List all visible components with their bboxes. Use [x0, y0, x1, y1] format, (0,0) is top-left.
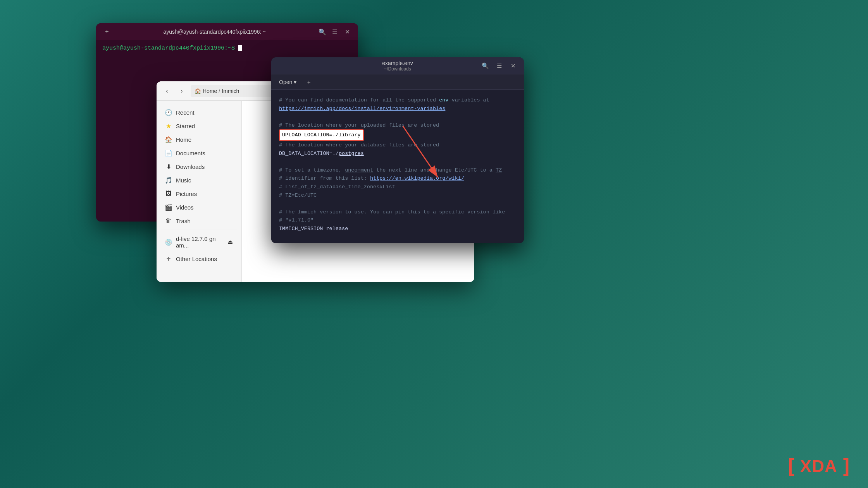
documents-icon: 📄: [165, 149, 172, 156]
sidebar-item-dlive[interactable]: 💿 d-live 12.7.0 gn am... ⏏: [159, 232, 239, 252]
editor-line-5: # The location where your database files…: [279, 141, 516, 149]
terminal-search-button[interactable]: 🔍: [316, 26, 329, 38]
breadcrumb-home[interactable]: Home: [203, 88, 217, 94]
editor-line-6: DB_DATA_LOCATION=./postgres: [279, 149, 516, 158]
upload-location-highlight: UPLOAD_LOCATION=./library: [279, 129, 364, 141]
terminal-title: ayush@ayush-standardpc440fxpiix1996: ~: [113, 29, 316, 35]
sidebar-item-label: Documents: [176, 150, 205, 156]
sidebar-item-videos[interactable]: 🎬 Videos: [159, 201, 239, 214]
editor-line-3: # The location where your uploaded files…: [279, 121, 516, 130]
eject-icon[interactable]: ⏏: [227, 239, 233, 246]
trash-icon: 🗑: [165, 217, 172, 224]
sidebar-item-label: Starred: [176, 123, 195, 129]
editor-line-blank-1: [279, 113, 516, 121]
dlive-icon: 💿: [165, 239, 172, 246]
sidebar-item-label: Trash: [176, 218, 191, 224]
editor-line-14: # Connection secret for postgres. You sh…: [279, 241, 516, 243]
sidebar-item-home[interactable]: 🏠 Home: [159, 133, 239, 146]
editor-line-8: # identifier from this list: https://en.…: [279, 174, 516, 183]
sidebar-item-label: Music: [176, 177, 191, 184]
sidebar-item-label: Downloads: [176, 163, 205, 170]
sidebar-divider: [161, 230, 237, 230]
videos-icon: 🎬: [165, 204, 172, 211]
xda-text: XDA: [800, 458, 837, 475]
sidebar-item-label: d-live 12.7.0 gn am...: [176, 235, 224, 249]
editor-line-4: UPLOAD_LOCATION=./library: [279, 129, 516, 141]
sidebar-item-pictures[interactable]: 🖼 Pictures: [159, 187, 239, 200]
editor-new-tab-button[interactable]: +: [303, 76, 315, 88]
downloads-icon: ⬇: [165, 163, 172, 170]
sidebar-item-label: Recent: [176, 109, 195, 116]
sidebar-item-label: Videos: [176, 204, 194, 211]
back-button[interactable]: ‹: [161, 85, 173, 97]
music-icon: 🎵: [165, 177, 172, 184]
sidebar-item-documents[interactable]: 📄 Documents: [159, 146, 239, 160]
editor-line-13: IMMICH_VERSION=release: [279, 225, 516, 233]
breadcrumb-current[interactable]: Immich: [222, 88, 239, 94]
editor-filename: example.env: [382, 60, 413, 66]
xda-logo: [ XDA ]: [785, 456, 852, 476]
terminal-titlebar: + ayush@ayush-standardpc440fxpiix1996: ~…: [96, 23, 358, 40]
editor-toolbar: Open ▾ +: [271, 74, 524, 90]
terminal-new-tab-button[interactable]: +: [101, 26, 113, 38]
editor-line-blank-4: [279, 233, 516, 242]
open-button[interactable]: Open ▾: [276, 77, 300, 87]
editor-content[interactable]: # You can find documentation for all the…: [271, 90, 524, 243]
editor-line-2: https://immich.app/docs/install/environm…: [279, 105, 516, 113]
recent-icon: 🕐: [165, 109, 172, 116]
editor-line-11: # The Immich version to use. You can pin…: [279, 208, 516, 217]
xda-bracket-right: ]: [840, 456, 852, 476]
other-locations-icon: +: [165, 255, 172, 262]
editor-close-button[interactable]: ✕: [507, 60, 519, 72]
sidebar-item-starred[interactable]: ★ Starred: [159, 119, 239, 132]
sidebar-item-other-locations[interactable]: + Other Locations: [159, 252, 239, 265]
open-label: Open: [279, 79, 292, 85]
xda-bracket-left: [: [785, 456, 797, 476]
terminal-close-button[interactable]: ✕: [341, 26, 353, 38]
sidebar-item-recent[interactable]: 🕐 Recent: [159, 106, 239, 119]
terminal-content: ayush@ayush-standardpc440fxpiix1996:~$: [96, 40, 358, 56]
editor-line-blank-2: [279, 158, 516, 166]
editor-line-9: # List_of_tz_database_time_zones#List: [279, 183, 516, 191]
editor-line-10: # TZ=Etc/UTC: [279, 191, 516, 200]
breadcrumb-sep: /: [219, 88, 220, 94]
plus-icon: +: [105, 28, 108, 35]
forward-button[interactable]: ›: [176, 85, 188, 97]
breadcrumb-home-icon: 🏠: [195, 88, 201, 94]
editor-line-1: # You can find documentation for all the…: [279, 96, 516, 105]
home-icon: 🏠: [165, 136, 172, 143]
terminal-menu-button[interactable]: ☰: [329, 26, 341, 38]
editor-menu-button[interactable]: ☰: [493, 60, 505, 72]
new-tab-icon: +: [307, 79, 311, 85]
sidebar-item-label: Home: [176, 136, 191, 143]
sidebar-item-label: Pictures: [176, 191, 197, 197]
editor-line-7: # To set a timezone, uncomment the next …: [279, 166, 516, 175]
terminal-cursor: [238, 45, 242, 51]
open-dropdown-icon: ▾: [294, 79, 296, 85]
starred-icon: ★: [165, 122, 172, 129]
editor-titlebar: example.env ~/Downloads 🔍 ☰ ✕: [271, 57, 524, 74]
editor-window: example.env ~/Downloads 🔍 ☰ ✕ Open ▾ + #…: [271, 57, 524, 243]
sidebar: 🕐 Recent ★ Starred 🏠 Home 📄 Documents ⬇ …: [157, 101, 242, 282]
sidebar-item-music[interactable]: 🎵 Music: [159, 174, 239, 187]
pictures-icon: 🖼: [165, 190, 172, 197]
sidebar-item-trash[interactable]: 🗑 Trash: [159, 214, 239, 227]
editor-search-button[interactable]: 🔍: [479, 60, 491, 72]
sidebar-item-downloads[interactable]: ⬇ Downloads: [159, 160, 239, 173]
editor-line-blank-3: [279, 199, 516, 208]
terminal-prompt: ayush@ayush-standardpc440fxpiix1996:~$: [102, 45, 235, 52]
editor-line-12: # "v1.71.0": [279, 216, 516, 225]
editor-filepath: ~/Downloads: [384, 66, 411, 72]
sidebar-item-label: Other Locations: [176, 256, 217, 262]
